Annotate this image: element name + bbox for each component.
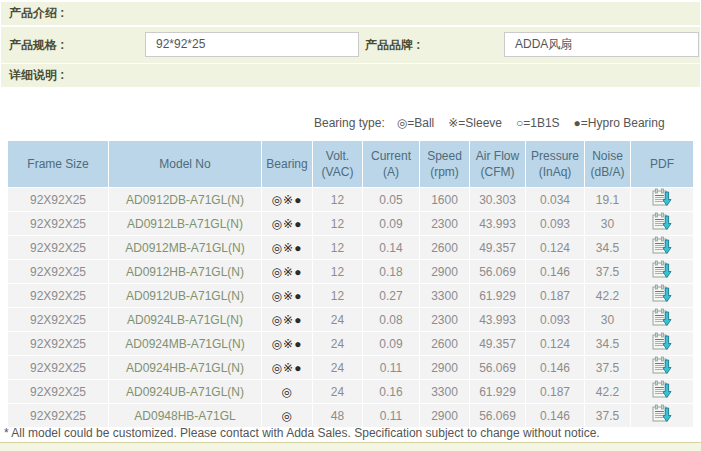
speed-cell: 2300	[420, 212, 469, 235]
speed-cell: 1600	[420, 188, 469, 211]
pressure-cell: 0.146	[526, 356, 584, 379]
brand-value-field[interactable]: ADDA风扇	[504, 32, 699, 57]
pdf-download-icon	[652, 260, 672, 280]
volt-cell: 12	[313, 188, 362, 211]
bearing-cell: ◎※●	[262, 212, 312, 235]
frame-size-cell: 92X92X25	[8, 380, 108, 403]
table-row: 92X92X25 AD0912UB-A71GL(N) ◎※● 12 0.27 3…	[8, 284, 693, 307]
spec-value: 92*92*25	[156, 37, 205, 51]
volt-cell: 24	[313, 308, 362, 331]
model-no-cell: AD0924MB-A71GL(N)	[109, 332, 261, 355]
pressure-cell: 0.187	[526, 380, 584, 403]
pressure-cell: 0.093	[526, 212, 584, 235]
pdf-download-button[interactable]	[652, 308, 672, 328]
detail-label: 详细说明 :	[9, 68, 64, 82]
spec-table-body: 92X92X25 AD0912DB-A71GL(N) ◎※● 12 0.05 1…	[8, 188, 693, 427]
frame-size-cell: 92X92X25	[8, 212, 108, 235]
airflow-cell: 30.303	[470, 188, 525, 211]
table-row: 92X92X25 AD0912MB-A71GL(N) ◎※● 12 0.14 2…	[8, 236, 693, 259]
pdf-download-button[interactable]	[652, 212, 672, 232]
current-cell: 0.14	[363, 236, 419, 259]
volt-cell: 24	[313, 356, 362, 379]
noise-cell: 30	[585, 212, 630, 235]
col-header-model-no: Model No	[109, 141, 261, 187]
model-no-cell: AD0912MB-A71GL(N)	[109, 236, 261, 259]
pdf-download-button[interactable]	[652, 236, 672, 256]
current-cell: 0.11	[363, 404, 419, 427]
spec-value-field[interactable]: 92*92*25	[145, 32, 359, 57]
pdf-cell	[631, 308, 693, 331]
pdf-cell	[631, 260, 693, 283]
noise-cell: 37.5	[585, 404, 630, 427]
frame-size-cell: 92X92X25	[8, 236, 108, 259]
current-cell: 0.18	[363, 260, 419, 283]
speed-cell: 2600	[420, 236, 469, 259]
pressure-cell: 0.124	[526, 236, 584, 259]
pdf-download-button[interactable]	[652, 188, 672, 208]
noise-cell: 42.2	[585, 380, 630, 403]
pdf-download-icon	[652, 380, 672, 400]
bearing-cell: ◎※●	[262, 188, 312, 211]
pressure-cell: 0.146	[526, 260, 584, 283]
volt-cell: 12	[313, 284, 362, 307]
airflow-cell: 43.993	[470, 308, 525, 331]
pdf-cell	[631, 356, 693, 379]
current-cell: 0.09	[363, 212, 419, 235]
volt-cell: 12	[313, 260, 362, 283]
pressure-cell: 0.187	[526, 284, 584, 307]
frame-size-cell: 92X92X25	[8, 308, 108, 331]
model-no-cell: AD0912HB-A71GL(N)	[109, 260, 261, 283]
pdf-download-button[interactable]	[652, 404, 672, 424]
bearing-cell: ◎※●	[262, 284, 312, 307]
col-header-bearing: Bearing	[262, 141, 312, 187]
airflow-cell: 61.929	[470, 284, 525, 307]
intro-label: 产品介绍 :	[9, 6, 64, 20]
noise-cell: 30	[585, 308, 630, 331]
legend-item: ○=1B1S	[516, 116, 560, 130]
bearing-cell: ◎※●	[262, 260, 312, 283]
spec-label: 产品规格 :	[9, 27, 64, 63]
volt-cell: 12	[313, 212, 362, 235]
current-cell: 0.05	[363, 188, 419, 211]
pdf-cell	[631, 236, 693, 259]
frame-size-cell: 92X92X25	[8, 332, 108, 355]
pdf-download-button[interactable]	[652, 380, 672, 400]
bearing-cell: ◎※●	[262, 332, 312, 355]
col-header-volt: Volt.(VAC)	[313, 141, 362, 187]
volt-cell: 24	[313, 332, 362, 355]
airflow-cell: 56.069	[470, 404, 525, 427]
noise-cell: 37.5	[585, 356, 630, 379]
spec-table-head: Frame SizeModel NoBearingVolt.(VAC)Curre…	[8, 141, 693, 187]
airflow-cell: 49.357	[470, 236, 525, 259]
airflow-cell: 43.993	[470, 212, 525, 235]
model-no-cell: AD0912DB-A71GL(N)	[109, 188, 261, 211]
airflow-cell: 61.929	[470, 380, 525, 403]
airflow-cell: 49.357	[470, 332, 525, 355]
pdf-cell	[631, 212, 693, 235]
bearing-legend-label: Bearing type:	[314, 116, 385, 130]
bearing-legend-items: ◎=Ball※=Sleeve○=1B1S●=Hypro Bearing	[397, 116, 679, 130]
pdf-download-icon	[652, 236, 672, 256]
pressure-cell: 0.146	[526, 404, 584, 427]
current-cell: 0.16	[363, 380, 419, 403]
pdf-download-icon	[652, 188, 672, 208]
pressure-cell: 0.034	[526, 188, 584, 211]
model-no-cell: AD0948HB-A71GL	[109, 404, 261, 427]
pdf-download-button[interactable]	[652, 284, 672, 304]
noise-cell: 37.5	[585, 260, 630, 283]
volt-cell: 24	[313, 380, 362, 403]
pdf-download-button[interactable]	[652, 260, 672, 280]
col-header-pressure: Pressure(InAq)	[526, 141, 584, 187]
table-row: 92X92X25 AD0924MB-A71GL(N) ◎※● 24 0.09 2…	[8, 332, 693, 355]
pdf-download-button[interactable]	[652, 356, 672, 376]
model-no-cell: AD0924HB-A71GL(N)	[109, 356, 261, 379]
pdf-download-button[interactable]	[652, 332, 672, 352]
pdf-cell	[631, 404, 693, 427]
brand-value: ADDA风扇	[515, 37, 572, 51]
bearing-legend: Bearing type:◎=Ball※=Sleeve○=1B1S●=Hypro…	[314, 116, 679, 130]
volt-cell: 12	[313, 236, 362, 259]
table-row: 92X92X25 AD0924UB-A71GL(N) ◎ 24 0.16 330…	[8, 380, 693, 403]
pdf-download-icon	[652, 356, 672, 376]
frame-size-cell: 92X92X25	[8, 404, 108, 427]
speed-cell: 2900	[420, 356, 469, 379]
